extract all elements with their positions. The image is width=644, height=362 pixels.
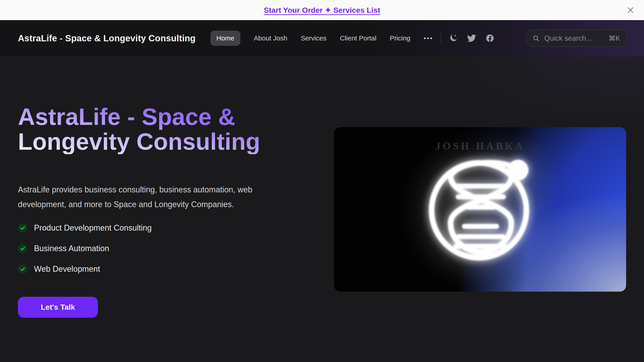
search-input[interactable]: [544, 34, 604, 42]
search-icon: [532, 35, 540, 42]
hero-description: AstraLife provides business consulting, …: [18, 182, 282, 212]
feature-item: Product Development Consulting: [18, 223, 315, 233]
nav-icon-group: [449, 34, 494, 43]
nav-item-about-josh[interactable]: About Josh: [254, 34, 287, 42]
feature-label: Business Automation: [34, 244, 109, 253]
facebook-icon: [486, 34, 494, 43]
nav-item-more[interactable]: •••: [424, 35, 433, 42]
dna-logo-icon: [424, 152, 536, 266]
search-shortcut-badge: ⌘K: [608, 34, 620, 42]
check-icon: [18, 264, 27, 274]
promo-banner-link[interactable]: Start Your Order ✦ Services List: [264, 5, 380, 14]
twitter-icon: [467, 34, 476, 43]
close-icon: [626, 6, 634, 14]
feature-list: Product Development Consulting Business …: [18, 223, 315, 274]
nav-item-pricing[interactable]: Pricing: [390, 34, 410, 42]
promo-banner: Start Your Order ✦ Services List: [0, 0, 644, 20]
feature-item: Web Development: [18, 264, 315, 274]
card-watermark: JOSH HABKA: [334, 140, 626, 152]
nav-item-home[interactable]: Home: [210, 31, 240, 46]
nav-menu: Home About Josh Services Client Portal P…: [210, 31, 433, 46]
hero-image-card: JOSH HABKA: [334, 127, 626, 292]
facebook-link[interactable]: [486, 34, 494, 43]
feature-label: Web Development: [34, 264, 100, 274]
page-title: AstraLife - Space & Longevity Consulting: [18, 104, 315, 154]
hero-section: AstraLife - Space & Longevity Consulting…: [0, 56, 644, 318]
feature-label: Product Development Consulting: [34, 223, 152, 233]
banner-close-button[interactable]: [624, 4, 637, 16]
quick-search[interactable]: ⌘K: [526, 30, 626, 47]
nav-item-client-portal[interactable]: Client Portal: [340, 34, 376, 42]
moon-icon: [449, 34, 458, 43]
brand-title[interactable]: AstraLife - Space & Longevity Consulting: [18, 33, 196, 43]
feature-item: Business Automation: [18, 243, 315, 254]
navbar: AstraLife - Space & Longevity Consulting…: [0, 20, 644, 56]
nav-item-services[interactable]: Services: [301, 34, 326, 42]
check-icon: [18, 244, 27, 253]
nav-divider: [441, 33, 441, 44]
dark-mode-toggle[interactable]: [449, 34, 458, 43]
check-icon: [18, 223, 27, 233]
lets-talk-button[interactable]: Let's Talk: [18, 297, 98, 318]
hero-copy: AstraLife - Space & Longevity Consulting…: [18, 56, 315, 318]
twitter-link[interactable]: [467, 34, 476, 43]
